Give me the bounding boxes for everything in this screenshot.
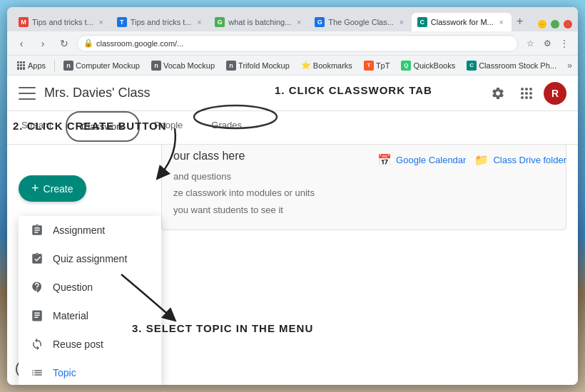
bookmark-trifold-mockup[interactable]: n Trifold Mockup	[222, 59, 294, 72]
back-button[interactable]: ‹	[13, 35, 30, 52]
url-text: classroom.google.com/...	[96, 39, 512, 48]
dropdown-menu: Assignment Quiz assignment Question	[19, 216, 161, 385]
menu-icon[interactable]: ⋮	[556, 36, 572, 51]
bookmark-bookmarks-folder[interactable]: ⭐ Bookmarks	[297, 59, 357, 71]
tab-stream[interactable]: Stream	[7, 111, 66, 144]
bookmark-computer-mockup[interactable]: n Computer Mockup	[59, 59, 144, 72]
material-icon	[30, 309, 44, 323]
menu-topic[interactable]: Topic	[19, 359, 161, 385]
address-actions: ☆ ⚙ ⋮	[522, 36, 572, 51]
bookmark-star-icon[interactable]: ☆	[522, 36, 538, 51]
folder-icon: ⭐	[301, 61, 311, 70]
tab-2[interactable]: T Tips and tricks t... ×	[111, 13, 210, 31]
vocab-mockup-label: Vocab Mockup	[163, 61, 215, 70]
apps-grid-header-icon[interactable]	[515, 82, 538, 105]
create-area: + Create	[19, 175, 86, 202]
tab-3-icon: G	[215, 17, 225, 27]
menu-assignment[interactable]: Assignment	[19, 216, 161, 244]
forward-button[interactable]: ›	[34, 35, 51, 52]
bookmarks-apps[interactable]: Apps	[13, 60, 50, 71]
topic-icon	[30, 366, 44, 380]
tab-5-label: Classwork for M...	[431, 18, 494, 26]
assignment-icon	[30, 223, 44, 237]
tab-3-close[interactable]: ×	[295, 18, 303, 27]
quickbooks-icon: Q	[401, 61, 411, 71]
tab-5[interactable]: C Classwork for M... ×	[412, 13, 512, 31]
bookmark-tpt[interactable]: T TpT	[360, 59, 395, 72]
quiz-assignment-label: Quiz assignment	[53, 253, 127, 264]
classroom-stock-label: Classroom Stock Ph...	[479, 61, 556, 70]
tab-5-close[interactable]: ×	[497, 18, 506, 27]
bookmark-vocab-mockup[interactable]: n Vocab Mockup	[147, 59, 219, 72]
tab-5-icon: C	[417, 17, 427, 27]
settings-icon[interactable]	[487, 82, 509, 105]
menu-quiz-assignment[interactable]: Quiz assignment	[19, 244, 161, 273]
drive-label: Class Drive folder	[493, 155, 566, 165]
url-box[interactable]: 🔒 classroom.google.com/...	[77, 35, 518, 52]
nav-tabs: Stream Classwork People Grades	[7, 111, 578, 145]
bookmark-quickbooks[interactable]: Q QuickBooks	[397, 59, 459, 72]
classroom-header: Mrs. Davies' Class R	[7, 76, 578, 111]
menu-material[interactable]: Material	[19, 301, 161, 330]
classroom-container: Mrs. Davies' Class R Stream Classwork	[7, 76, 578, 385]
tab-2-icon: T	[117, 17, 127, 27]
bookmarks-folder-label: Bookmarks	[313, 61, 352, 70]
drive-icon: 📁	[474, 153, 489, 167]
calendar-icon: 📅	[377, 153, 392, 167]
classroom-stock-icon: C	[467, 61, 477, 71]
assignment-label: Assignment	[53, 225, 105, 236]
tab-1-label: Tips and tricks t...	[32, 18, 93, 26]
quiz-assignment-icon	[30, 252, 44, 266]
extensions-icon[interactable]: ⚙	[539, 36, 555, 51]
class-drive-link[interactable]: 📁 Class Drive folder	[474, 153, 566, 167]
tab-people[interactable]: People	[140, 111, 197, 144]
tab-2-close[interactable]: ×	[195, 18, 203, 27]
google-calendar-link[interactable]: 📅 Google Calendar	[377, 153, 466, 167]
apps-grid-icon	[17, 61, 26, 70]
tab-1-icon: M	[19, 17, 29, 27]
tab-4[interactable]: G The Google Clas... ×	[309, 13, 412, 31]
reuse-post-label: Reuse post	[53, 339, 103, 350]
tab-1-close[interactable]: ×	[97, 18, 106, 27]
tab-4-label: The Google Clas...	[328, 18, 394, 26]
quickbooks-label: QuickBooks	[413, 61, 455, 70]
computer-mockup-icon: n	[63, 61, 73, 71]
hamburger-menu[interactable]	[19, 87, 36, 100]
bookmark-separator	[54, 60, 55, 71]
tab-4-icon: G	[315, 17, 325, 27]
create-button[interactable]: + Create	[19, 175, 86, 202]
menu-reuse-post[interactable]: Reuse post	[19, 330, 161, 359]
tab-3-label: what is batching...	[228, 18, 291, 26]
tab-classwork[interactable]: Classwork	[66, 111, 140, 142]
reuse-post-icon	[30, 337, 44, 351]
tab-1[interactable]: M Tips and tricks t... ×	[13, 13, 111, 31]
calendar-label: Google Calendar	[396, 155, 466, 165]
topic-label: Topic	[53, 367, 76, 378]
question-label: Question	[53, 282, 93, 293]
window-controls: − □ ×	[538, 20, 572, 31]
bookmark-classroom-stock[interactable]: C Classroom Stock Ph...	[462, 59, 561, 72]
create-label: Create	[44, 183, 73, 195]
question-icon	[30, 280, 44, 294]
material-label: Material	[53, 310, 88, 321]
tpt-icon: T	[364, 61, 374, 71]
new-tab-button[interactable]: +	[512, 13, 529, 30]
minimize-button[interactable]: −	[538, 20, 546, 29]
reload-button[interactable]: ↻	[56, 35, 73, 52]
address-bar: ‹ › ↻ 🔒 classroom.google.com/... ☆ ⚙ ⋮	[7, 31, 578, 56]
bookmarks-bar: Apps n Computer Mockup n Vocab Mockup n …	[7, 56, 578, 76]
tab-grades[interactable]: Grades	[197, 111, 256, 144]
content-area: 📅 Google Calendar 📁 Class Drive folder +…	[7, 145, 578, 385]
close-button[interactable]: ×	[564, 20, 572, 29]
tab-3[interactable]: G what is batching... ×	[209, 13, 309, 31]
title-bar: M Tips and tricks t... × T Tips and tric…	[7, 7, 578, 31]
apps-label: Apps	[28, 61, 46, 70]
classwork-content-text: and questions ze classwork into modules …	[173, 168, 554, 218]
tab-4-close[interactable]: ×	[397, 18, 406, 27]
user-avatar[interactable]: R	[544, 82, 566, 105]
menu-question[interactable]: Question	[19, 273, 161, 301]
maximize-button[interactable]: □	[551, 20, 559, 29]
lock-icon: 🔒	[83, 38, 93, 48]
bookmarks-more[interactable]: »	[567, 61, 572, 71]
grid-icon	[521, 88, 532, 99]
